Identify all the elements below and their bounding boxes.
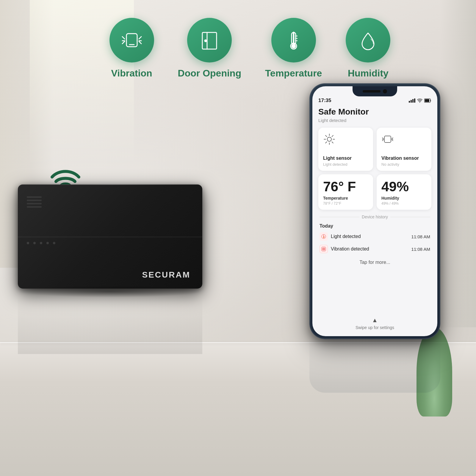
light-sensor-status: Light detected — [323, 162, 368, 167]
status-bar: 17:35 — [318, 98, 431, 104]
app-content: Safe Monitor Light detected — [312, 107, 437, 336]
safe-dot — [27, 242, 29, 244]
phone-notch — [353, 86, 397, 96]
history-title: Device history — [362, 214, 388, 219]
history-line-right — [390, 217, 430, 217]
vibration-sensor-icon — [381, 133, 427, 147]
thermometer-icon — [282, 28, 306, 52]
temperature-metric-name: Temperature — [323, 196, 368, 201]
sensor-grid: Light sensor Light detected — [318, 128, 431, 171]
temperature-value: 76° F — [323, 180, 368, 193]
safe-vent — [27, 206, 42, 208]
battery-icon — [424, 98, 431, 103]
phone-outer: 17:35 — [309, 83, 440, 339]
vibration-sensor-card[interactable]: Vibration sensor No activity — [377, 128, 431, 171]
signal-bars-icon — [409, 98, 415, 103]
svg-line-32 — [382, 140, 383, 141]
safe-vent — [27, 200, 42, 201]
vibration-sensor-name: Vibration sensor — [381, 156, 427, 161]
feature-door: Door Opening — [178, 18, 241, 79]
swipe-arrow-icon: ▲ — [312, 317, 437, 324]
humidity-label: Humidity — [348, 68, 389, 79]
signal-bar-4 — [414, 98, 415, 103]
svg-line-26 — [332, 142, 333, 143]
features-row: Vibration Door Opening — [0, 0, 476, 79]
phone-screen: 17:35 — [312, 86, 437, 336]
svg-line-28 — [325, 142, 327, 143]
svg-point-12 — [292, 44, 295, 48]
safe-vents — [27, 196, 42, 208]
history-line-left — [320, 217, 359, 217]
door-label: Door Opening — [178, 68, 241, 79]
temperature-metric-detail: 78°F / 72°F — [323, 201, 368, 206]
history-item-vibration[interactable]: Vibration detected 11:08 AM — [320, 245, 430, 253]
history-item-light[interactable]: Light detected 11:08 AM — [320, 232, 430, 241]
light-sensor-icon — [323, 133, 368, 147]
vibration-icon — [120, 28, 144, 52]
history-section: Device history Today — [318, 214, 431, 270]
svg-point-9 — [205, 40, 206, 42]
svg-rect-19 — [425, 99, 429, 102]
humidity-value: 49% — [381, 180, 427, 193]
safe-brand-label: SECURAM — [142, 270, 190, 280]
svg-line-25 — [325, 135, 327, 137]
app-subtitle: Light detected — [318, 118, 431, 123]
temperature-circle — [271, 18, 316, 62]
history-header: Device history — [320, 214, 430, 219]
signal-bar-3 — [412, 99, 414, 103]
swipe-up-area[interactable]: ▲ Swipe up for settings — [312, 317, 437, 330]
temperature-label: Temperature — [265, 68, 322, 79]
tap-more[interactable]: Tap for more... — [320, 257, 430, 270]
temperature-card[interactable]: 76° F Temperature 78°F / 72°F — [318, 174, 373, 210]
humidity-metric-detail: 49% / 49% — [381, 201, 427, 206]
door-icon — [198, 28, 221, 52]
svg-line-35 — [392, 140, 393, 141]
svg-line-1 — [122, 37, 125, 39]
humidity-card[interactable]: 49% Humidity 49% / 49% — [377, 174, 431, 210]
light-alert-icon — [320, 232, 328, 241]
history-light-time: 11:08 AM — [411, 234, 430, 239]
notch-camera — [383, 89, 387, 93]
vibration-label: Vibration — [111, 68, 152, 79]
history-vibration-text: Vibration detected — [331, 246, 369, 252]
feature-humidity: Humidity — [346, 18, 390, 79]
status-icons — [409, 98, 431, 103]
svg-line-4 — [139, 37, 141, 39]
safe-vent — [27, 203, 42, 204]
svg-line-33 — [392, 138, 393, 139]
vibration-sensor-status: No activity — [381, 162, 427, 167]
feature-temperature: Temperature — [265, 18, 322, 79]
light-sensor-card[interactable]: Light sensor Light detected — [318, 128, 373, 171]
history-item-vibration-left: Vibration detected — [320, 245, 369, 253]
swipe-text: Swipe up for settings — [356, 325, 394, 330]
safe-vent — [27, 196, 42, 198]
phone-reflection — [309, 333, 440, 393]
humidity-circle — [346, 18, 390, 62]
wifi-status-icon — [417, 98, 422, 103]
safe-dot — [40, 242, 42, 244]
svg-point-17 — [419, 102, 420, 103]
safe-dots — [27, 242, 55, 244]
svg-line-30 — [382, 138, 383, 139]
svg-line-3 — [122, 41, 125, 44]
humidity-metric-name: Humidity — [381, 196, 427, 201]
safe-dot — [53, 242, 55, 244]
status-time: 17:35 — [318, 98, 331, 104]
feature-vibration: Vibration — [109, 18, 154, 79]
signal-bar-2 — [411, 100, 412, 103]
history-light-text: Light detected — [331, 234, 361, 239]
vibration-circle — [109, 18, 154, 62]
svg-rect-29 — [384, 136, 391, 143]
history-day: Today — [320, 223, 430, 229]
svg-point-20 — [327, 137, 331, 141]
safe-dot — [33, 242, 36, 244]
safe-dot — [46, 242, 49, 244]
metric-grid: 76° F Temperature 78°F / 72°F 49% Humidi… — [318, 174, 431, 210]
notch-speaker — [363, 90, 381, 93]
signal-bar-1 — [409, 101, 410, 103]
main-content: Vibration Door Opening — [0, 0, 476, 476]
history-item-left: Light detected — [320, 232, 361, 241]
safe-middle-line — [18, 237, 202, 237]
phone-container: 17:35 — [309, 83, 440, 339]
history-vibration-time: 11:08 AM — [411, 247, 430, 252]
